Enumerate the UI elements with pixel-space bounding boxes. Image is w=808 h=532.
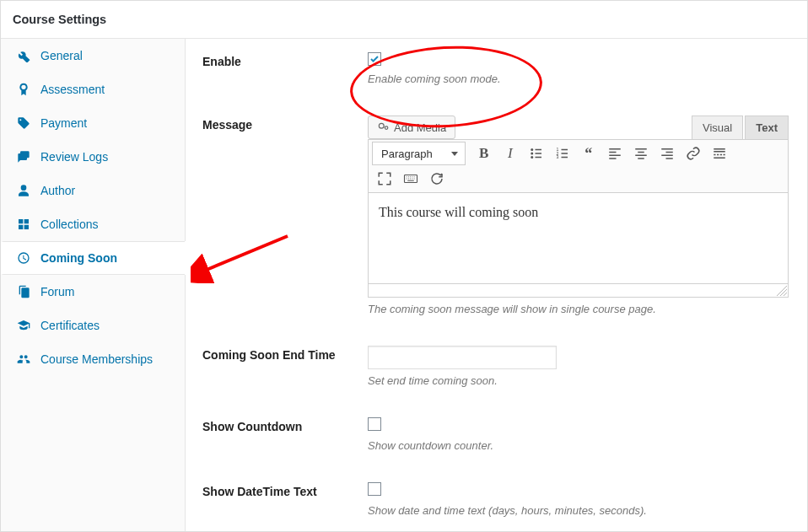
panel-title: Course Settings xyxy=(13,13,106,26)
sidebar-item-label: Author xyxy=(40,184,75,197)
enable-label: Enable xyxy=(202,52,368,68)
course-settings-panel: Course Settings General Assessment xyxy=(0,0,808,532)
enable-checkbox[interactable] xyxy=(368,52,381,66)
wrench-icon xyxy=(17,49,30,62)
bold-button[interactable]: B xyxy=(471,142,497,165)
sidebar-item-label: Forum xyxy=(40,285,74,298)
graduation-cap-icon xyxy=(17,319,30,332)
sidebar-item-collections[interactable]: Collections xyxy=(1,207,185,241)
message-label: Message xyxy=(202,116,368,132)
sidebar-item-label: Course Memberships xyxy=(40,352,153,366)
comments-icon xyxy=(17,150,30,164)
tag-icon xyxy=(17,116,30,130)
sidebar-item-author[interactable]: Author xyxy=(1,174,185,207)
read-more-button[interactable] xyxy=(707,142,732,165)
end-time-input[interactable] xyxy=(368,346,557,369)
sidebar-item-label: Review Logs xyxy=(40,150,108,164)
sidebar-item-label: Payment xyxy=(40,116,87,130)
italic-button[interactable]: I xyxy=(498,142,523,165)
settings-sidebar: General Assessment Payment xyxy=(1,39,186,531)
countdown-label: Show Countdown xyxy=(202,417,368,433)
resize-grip-icon[interactable] xyxy=(777,286,787,296)
keyboard-button[interactable] xyxy=(398,167,423,191)
align-left-button[interactable] xyxy=(602,142,628,165)
countdown-description: Show countdown counter. xyxy=(368,439,789,452)
editor-statusbar xyxy=(369,283,788,297)
grid-icon xyxy=(17,218,30,231)
svg-point-1 xyxy=(531,153,533,155)
tab-visual[interactable]: Visual xyxy=(692,116,743,139)
row-end-time: Coming Soon End Time Set end time coming… xyxy=(202,346,789,387)
sidebar-item-coming-soon[interactable]: Coming Soon xyxy=(1,241,186,275)
end-time-description: Set end time coming soon. xyxy=(368,374,789,387)
align-center-button[interactable] xyxy=(628,142,654,165)
media-icon xyxy=(377,121,389,133)
enable-description: Enable coming soon mode. xyxy=(368,73,789,85)
sidebar-item-label: Collections xyxy=(40,218,98,231)
sidebar-item-label: Coming Soon xyxy=(40,251,117,265)
sidebar-item-payment[interactable]: Payment xyxy=(1,106,185,140)
bullet-list-button[interactable] xyxy=(524,142,549,165)
sidebar-item-label: General xyxy=(40,49,83,62)
editor-content[interactable]: This course will coming soon xyxy=(369,193,788,283)
sidebar-item-forum[interactable]: Forum xyxy=(1,275,185,309)
editor-toolbar: Paragraph B I 123 “ xyxy=(369,140,788,193)
add-media-label: Add Media xyxy=(394,121,446,134)
chevron-down-icon xyxy=(451,152,458,156)
ribbon-icon xyxy=(17,83,30,96)
copy-icon xyxy=(17,285,30,298)
sidebar-item-assessment[interactable]: Assessment xyxy=(1,73,185,106)
countdown-checkbox[interactable] xyxy=(368,417,381,431)
format-select[interactable]: Paragraph xyxy=(372,142,466,165)
row-countdown: Show Countdown Show countdown counter. xyxy=(202,417,789,452)
row-message: Message Add Media Visual Text xyxy=(202,116,789,315)
fullscreen-button[interactable] xyxy=(372,167,397,191)
panel-body: General Assessment Payment xyxy=(1,39,807,531)
sidebar-item-review-logs[interactable]: Review Logs xyxy=(1,140,185,174)
end-time-label: Coming Soon End Time xyxy=(202,346,368,362)
user-icon xyxy=(17,184,30,197)
sidebar-item-label: Assessment xyxy=(40,83,105,96)
panel-header: Course Settings xyxy=(1,1,807,39)
wysiwyg-editor: Paragraph B I 123 “ xyxy=(368,139,789,298)
sidebar-item-certificates[interactable]: Certificates xyxy=(1,309,185,342)
add-media-button[interactable]: Add Media xyxy=(368,116,455,139)
refresh-button[interactable] xyxy=(424,167,450,191)
datetime-checkbox[interactable] xyxy=(368,482,381,496)
row-datetime: Show DateTime Text Show date and time te… xyxy=(202,482,789,517)
sidebar-item-general[interactable]: General xyxy=(1,39,185,73)
sidebar-item-course-memberships[interactable]: Course Memberships xyxy=(1,342,185,376)
svg-text:3: 3 xyxy=(556,154,558,159)
clock-icon xyxy=(17,251,30,265)
row-enable: Enable Enable coming soon mode. xyxy=(202,52,789,85)
datetime-description: Show date and time text (days, hours, mi… xyxy=(368,504,789,517)
number-list-button[interactable]: 123 xyxy=(550,142,575,165)
svg-point-0 xyxy=(531,148,533,151)
sidebar-item-label: Certificates xyxy=(40,319,100,332)
message-description: The coming soon message will show in sin… xyxy=(368,303,789,315)
tab-text[interactable]: Text xyxy=(745,116,789,139)
editor-tabs: Visual Text xyxy=(692,116,789,139)
datetime-label: Show DateTime Text xyxy=(202,482,368,498)
blockquote-button[interactable]: “ xyxy=(576,142,601,165)
settings-content: Enable Enable coming soon mode. Message … xyxy=(186,39,807,531)
svg-point-2 xyxy=(531,156,533,159)
align-right-button[interactable] xyxy=(654,142,680,165)
format-select-value: Paragraph xyxy=(381,148,433,160)
users-icon xyxy=(17,352,30,366)
link-button[interactable] xyxy=(681,142,706,165)
